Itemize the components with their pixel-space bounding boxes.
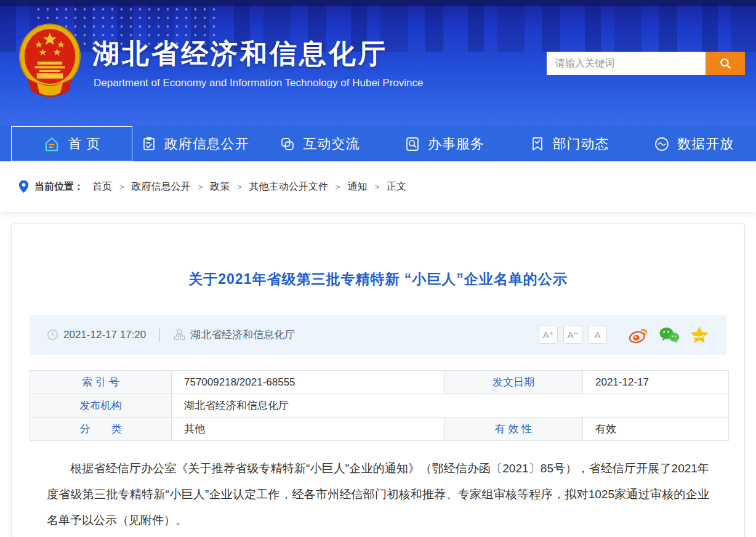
- index-number-label: 索 引 号: [30, 371, 172, 394]
- issue-date-label: 发文日期: [444, 371, 583, 394]
- meta-divider: [159, 328, 160, 342]
- breadcrumb: 当前位置： 首页 > 政府信息公开 > 政策 > 其他主动公开文件 > 通知 >…: [0, 161, 756, 212]
- article-title: 关于2021年省级第三批专精特新 “小巨人”企业名单的公示: [30, 270, 726, 289]
- site-header: 湖北省经济和信息化厅 Department of Economy and Inf…: [0, 0, 756, 126]
- font-increase-button[interactable]: A⁺: [539, 326, 558, 344]
- nav-item-home[interactable]: 首 页: [11, 126, 132, 161]
- nav-item-open-data[interactable]: 数据开放: [631, 126, 756, 161]
- qzone-share-icon[interactable]: [690, 326, 709, 344]
- validity-label: 有 效 性: [444, 418, 583, 441]
- table-row: 索 引 号 757009218/2021-68555 发文日期 2021-12-…: [30, 371, 729, 394]
- nav-label-interaction: 互动交流: [303, 135, 360, 153]
- publisher-value: 湖北省经济和信息化厅: [172, 394, 729, 418]
- table-row: 发布机构 湖北省经济和信息化厅: [30, 394, 729, 418]
- breadcrumb-item-policy[interactable]: 政策: [210, 180, 230, 193]
- main-nav: 首 页 政府信息公开 互动交流: [0, 126, 756, 161]
- font-decrease-button[interactable]: A⁻: [563, 326, 582, 344]
- nav-item-department-news[interactable]: 部门动态: [507, 126, 632, 161]
- document-info-table: 索 引 号 757009218/2021-68555 发文日期 2021-12-…: [30, 370, 729, 441]
- nav-label-open-data: 数据开放: [677, 135, 734, 153]
- info-disclosure-icon: [140, 135, 158, 153]
- breadcrumb-item-notice[interactable]: 通知: [347, 180, 367, 193]
- national-emblem-icon: [17, 22, 82, 103]
- index-number-value: 757009218/2021-68555: [172, 371, 444, 394]
- breadcrumb-separator: >: [119, 182, 124, 192]
- breadcrumb-item-info-disclosure[interactable]: 政府信息公开: [132, 180, 191, 193]
- search-input[interactable]: [547, 52, 706, 75]
- nav-label-home: 首 页: [68, 135, 100, 153]
- breadcrumb-item-other-documents[interactable]: 其他主动公开文件: [249, 180, 328, 193]
- article-body-paragraph: 根据省经信厅办公室《关于推荐省级专精特新“小巨人”企业的通知》（鄂经信办函〔20…: [47, 456, 709, 533]
- open-data-icon: [653, 135, 670, 153]
- site-title: 湖北省经济和信息化厅: [92, 36, 388, 72]
- home-icon: [42, 135, 61, 153]
- breadcrumb-separator: >: [198, 182, 203, 192]
- publish-datetime: 2021-12-17 17:20: [63, 329, 146, 341]
- location-pin-icon: [18, 180, 29, 193]
- validity-value: 有效: [583, 418, 729, 441]
- source-org-icon: [174, 329, 185, 341]
- nav-item-interaction[interactable]: 互动交流: [257, 126, 382, 161]
- publish-source: 湖北省经济和信息化厅: [190, 328, 295, 342]
- breadcrumb-separator: >: [374, 182, 379, 192]
- share-group: [628, 326, 709, 344]
- breadcrumb-label: 当前位置：: [34, 180, 84, 193]
- article-meta-bar: 2021-12-17 17:20 湖北省经济和信息化厅 A⁺ A⁻ A: [30, 315, 726, 355]
- breadcrumb-item-current: 正文: [387, 180, 406, 193]
- services-icon: [404, 135, 421, 153]
- category-value: 其他: [172, 418, 444, 441]
- wechat-share-icon[interactable]: [659, 326, 680, 344]
- font-reset-button[interactable]: A: [588, 326, 607, 344]
- publisher-label: 发布机构: [30, 394, 172, 418]
- nav-label-info-disclosure: 政府信息公开: [164, 135, 249, 153]
- site-subtitle: Department of Economy and Information Te…: [94, 77, 423, 89]
- department-news-icon: [529, 135, 546, 153]
- breadcrumb-separator: >: [237, 182, 242, 192]
- search-button[interactable]: [706, 52, 745, 75]
- site-search: [547, 52, 745, 75]
- article-card: 关于2021年省级第三批专精特新 “小巨人”企业名单的公示 2021-12-17…: [11, 223, 745, 537]
- nav-item-services[interactable]: 办事服务: [382, 126, 507, 161]
- search-icon: [718, 56, 733, 71]
- category-label: 分 类: [30, 418, 172, 441]
- breadcrumb-item-home[interactable]: 首页: [92, 180, 112, 193]
- nav-label-department-news: 部门动态: [553, 135, 609, 153]
- nav-item-info-disclosure[interactable]: 政府信息公开: [132, 126, 257, 161]
- issue-date-value: 2021-12-17: [583, 371, 729, 394]
- interaction-icon: [279, 135, 296, 153]
- nav-label-services: 办事服务: [428, 135, 485, 153]
- weibo-share-icon[interactable]: [628, 326, 649, 344]
- table-row: 分 类 其他 有 效 性 有效: [30, 418, 729, 441]
- breadcrumb-separator: >: [336, 182, 340, 192]
- clock-icon: [47, 329, 58, 341]
